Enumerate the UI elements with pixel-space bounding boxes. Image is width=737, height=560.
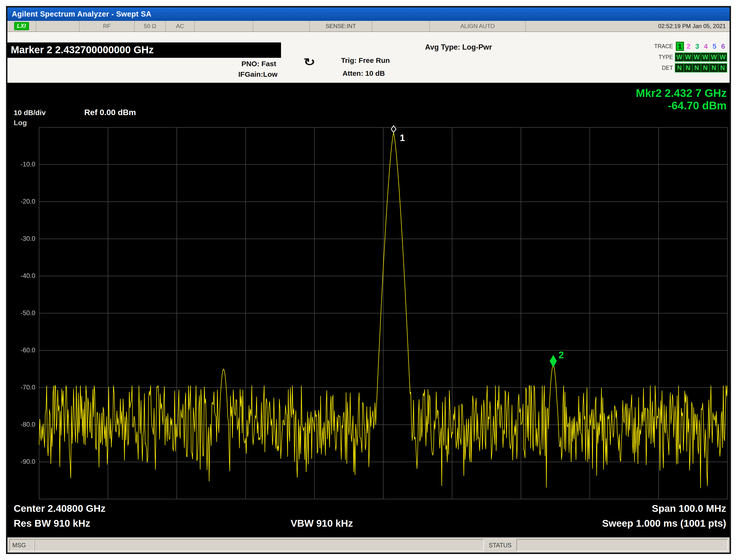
trace-panel: TRACE 123456 TYPE WWWWWW DET NNNNNN — [654, 41, 727, 74]
marker2-level-readout: -64.70 dBm — [668, 99, 727, 112]
status-spacer — [372, 21, 430, 31]
marker-1-label: 1 — [400, 133, 405, 143]
trace-number-6: 6 — [719, 42, 727, 50]
scale-per-div-label: 10 dB/div — [14, 109, 46, 117]
trigger-annotation: Trig: Free Run — [341, 56, 390, 65]
marker-2-diamond-icon — [550, 355, 557, 367]
trace-number-3: 3 — [693, 42, 701, 50]
trace-types: WWWWWW — [675, 53, 727, 62]
y-axis-tick-label: -10.0 — [10, 161, 35, 168]
status-spacer — [36, 21, 79, 31]
window-title: Agilent Spectrum Analyzer - Swept SA — [12, 10, 151, 18]
y-axis-tick-label: -40.0 — [10, 272, 35, 280]
continuous-sweep-icon: ↻ — [303, 56, 315, 68]
detector-cell: N — [718, 63, 727, 72]
message-bar: MSG STATUS — [7, 537, 730, 553]
attenuation-annotation: Atten: 10 dB — [342, 69, 385, 77]
lxi-icon: LXI — [14, 22, 29, 30]
status-coupling: AC — [166, 21, 195, 31]
span-label: Span 100.0 MHz — [652, 503, 726, 514]
status-bar: LXI RF 50 Ω AC SENSE:INT ALIGN AUTO 02:5… — [7, 21, 730, 32]
detector-cell: N — [709, 63, 719, 72]
status-field — [517, 539, 728, 551]
lxi-indicator: LXI — [7, 21, 36, 31]
y-axis-tick-label: -80.0 — [10, 421, 35, 428]
ifgain-annotation: IFGain:Low — [238, 70, 277, 78]
status-spacer — [195, 21, 253, 31]
trace-row-label: TRACE — [654, 43, 673, 50]
marker-1-diamond-icon — [391, 126, 396, 132]
y-axis-tick-label: -60.0 — [10, 347, 35, 354]
center-freq-label: Center 2.40800 GHz — [14, 503, 106, 514]
spectrum-display: 12 -10.0-20.0-30.0-40.0-50.0-60.0-70.0-8… — [7, 83, 730, 537]
avg-type-annotation: Avg Type: Log-Pwr — [425, 43, 492, 52]
status-datetime: 02:52:19 PM Jan 05, 2021 — [526, 21, 730, 31]
msg-label: MSG — [9, 539, 34, 551]
trace-number-2: 2 — [684, 42, 693, 50]
y-axis-tick-label: -20.0 — [10, 198, 35, 205]
trace-numbers: 123456 — [675, 42, 727, 51]
detector-row: DET NNNNNN — [654, 63, 727, 73]
log-scale-label: Log — [14, 119, 27, 127]
trace-type-cell: W — [675, 53, 684, 62]
trace-number-5: 5 — [710, 42, 719, 50]
marker-2-label: 2 — [559, 350, 564, 360]
y-axis-tick-label: -70.0 — [10, 384, 35, 391]
trace-detectors: NNNNNN — [675, 63, 727, 72]
window-title-bar: Agilent Spectrum Analyzer - Swept SA — [7, 7, 730, 21]
status-rf: RF — [79, 21, 135, 31]
msg-field — [34, 539, 484, 551]
screenshot-root: Agilent Spectrum Analyzer - Swept SA LXI… — [0, 0, 737, 560]
pno-annotation: PNO: Fast — [241, 60, 276, 68]
annotation-bar: Marker 2 2.432700000000 GHz Avg Type: Lo… — [7, 32, 730, 83]
trace-row: TRACE 123456 — [654, 41, 727, 51]
trace-type-cell: W — [709, 53, 719, 62]
detector-cell: N — [675, 63, 684, 72]
trace-type-cell: W — [701, 53, 710, 62]
y-axis-tick-label: -50.0 — [10, 309, 35, 317]
status-impedance: 50 Ω — [135, 21, 166, 31]
detector-cell: N — [701, 63, 710, 72]
status-label: STATUS — [484, 539, 517, 551]
type-row-label: TYPE — [659, 54, 673, 60]
trace-type-row: TYPE WWWWWW — [654, 52, 727, 62]
y-axis-tick-label: -90.0 — [10, 458, 35, 466]
detector-cell: N — [684, 63, 693, 72]
status-spacer — [253, 21, 310, 31]
res-bw-label: Res BW 910 kHz — [14, 518, 90, 529]
spectrum-plot: 12 — [7, 83, 730, 537]
trace-type-cell: W — [692, 53, 701, 62]
vbw-label: VBW 910 kHz — [290, 518, 353, 529]
trace-type-cell: W — [718, 53, 727, 62]
detector-cell: N — [692, 63, 701, 72]
marker2-freq-readout: Mkr2 2.432 7 GHz — [636, 87, 727, 100]
trace-type-cell: W — [684, 53, 693, 62]
marker-readout-bar: Marker 2 2.432700000000 GHz — [7, 42, 281, 58]
sweep-label: Sweep 1.000 ms (1001 pts) — [602, 518, 726, 529]
y-axis-tick-label: -30.0 — [10, 235, 35, 242]
trace-number-1: 1 — [676, 42, 684, 51]
status-align: ALIGN AUTO — [430, 21, 526, 31]
analyzer-window: Agilent Spectrum Analyzer - Swept SA LXI… — [6, 6, 731, 554]
status-sense: SENSE:INT — [310, 21, 372, 31]
trace-number-4: 4 — [702, 42, 710, 50]
det-row-label: DET — [662, 65, 673, 71]
ref-level-label: Ref 0.00 dBm — [84, 108, 136, 117]
